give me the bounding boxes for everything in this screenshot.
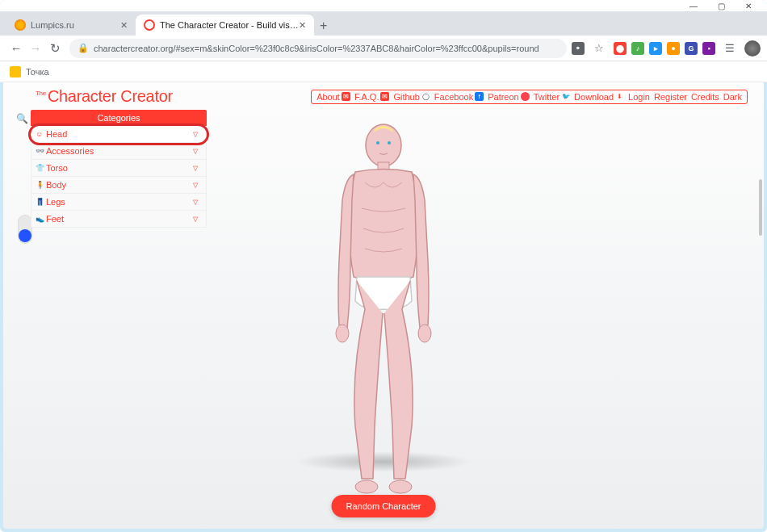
- character-figure[interactable]: [307, 119, 460, 499]
- category-torso[interactable]: 👕 Torso ▽: [31, 160, 207, 177]
- glasses-icon: 👓: [36, 147, 44, 155]
- extension-icon[interactable]: ▸: [649, 42, 662, 55]
- pants-icon: 👖: [36, 198, 44, 206]
- svg-point-3: [418, 325, 431, 342]
- page-content: TheCharacter Creator About✉ F.A.Q.✉ Gith…: [3, 82, 764, 529]
- back-button[interactable]: ←: [6, 41, 26, 55]
- window-titlebar: — ▢ ✕: [0, 0, 767, 11]
- category-body[interactable]: 🧍 Body ▽: [31, 177, 207, 194]
- tab-close-icon[interactable]: ✕: [299, 20, 306, 31]
- shirt-icon: 👕: [36, 164, 44, 172]
- window-close[interactable]: ✕: [735, 2, 762, 10]
- body-icon: 🧍: [36, 181, 44, 189]
- lock-icon: 🔒: [78, 43, 89, 53]
- svg-point-6: [376, 141, 379, 145]
- tab-title: The Character Creator - Build vis…: [160, 20, 299, 30]
- bookmark-folder-icon: [10, 66, 21, 77]
- svg-point-2: [336, 325, 349, 342]
- forward-button[interactable]: →: [26, 41, 45, 55]
- bookmark-item[interactable]: Точка: [26, 67, 49, 77]
- tab-close-icon[interactable]: ✕: [120, 20, 128, 31]
- extension-icon[interactable]: ●: [667, 42, 680, 55]
- categories-header: Categories: [31, 110, 207, 126]
- search-icon[interactable]: 🔍: [16, 113, 27, 124]
- browser-tab-active[interactable]: The Character Creator - Build vis… ✕: [136, 15, 314, 36]
- favicon-icon: [144, 19, 155, 31]
- url-input[interactable]: 🔒 charactercreator.org/#sex=m&skinColor=…: [69, 39, 567, 58]
- reading-list-icon[interactable]: ☰: [720, 42, 740, 54]
- shoe-icon: 👟: [36, 215, 44, 223]
- category-label: Torso: [46, 163, 68, 173]
- chevron-down-icon: ▽: [193, 165, 198, 172]
- category-label: Body: [46, 180, 66, 190]
- url-text: charactercreator.org/#sex=m&skinColor=%2…: [94, 44, 539, 53]
- category-label: Legs: [46, 197, 65, 207]
- categories-panel: Categories ☺ Head ▽ 👓 Accessories ▽ 👕 To…: [31, 110, 207, 228]
- scrollbar-thumb[interactable]: [759, 179, 762, 236]
- category-accessories[interactable]: 👓 Accessories ▽: [31, 143, 207, 160]
- svg-point-4: [355, 480, 378, 493]
- random-character-button[interactable]: Random Character: [332, 495, 436, 517]
- chevron-down-icon: ▽: [193, 131, 198, 138]
- translate-icon[interactable]: ⚬: [572, 42, 585, 55]
- window-maximize[interactable]: ▢: [707, 2, 735, 10]
- window-minimize[interactable]: —: [680, 2, 707, 10]
- svg-point-0: [366, 124, 401, 166]
- extension-icon[interactable]: ⬤: [614, 42, 627, 55]
- chevron-down-icon: ▽: [193, 199, 198, 206]
- extension-icon[interactable]: ▪: [702, 42, 715, 55]
- tab-title: Lumpics.ru: [31, 20, 74, 30]
- chevron-down-icon: ▽: [193, 182, 198, 189]
- chevron-down-icon: ▽: [193, 216, 198, 223]
- favicon-icon: [15, 19, 26, 31]
- bookmarks-bar: Точка: [0, 61, 767, 82]
- svg-point-5: [389, 480, 412, 493]
- category-legs[interactable]: 👖 Legs ▽: [31, 194, 207, 211]
- svg-point-7: [388, 141, 391, 145]
- address-bar: ← → ↻ 🔒 charactercreator.org/#sex=m&skin…: [0, 36, 767, 61]
- category-feet[interactable]: 👟 Feet ▽: [31, 211, 207, 228]
- extension-icon[interactable]: ♪: [631, 42, 644, 55]
- reload-button[interactable]: ↻: [45, 41, 65, 56]
- profile-avatar[interactable]: [744, 40, 761, 57]
- scrollbar[interactable]: [759, 179, 762, 521]
- star-icon[interactable]: ☆: [589, 42, 609, 54]
- new-tab-button[interactable]: +: [314, 16, 333, 36]
- extensions-area: ⚬ ☆ ⬤ ♪ ▸ ● G ▪ ☰: [572, 40, 761, 57]
- tabs-strip: Lumpics.ru ✕ The Character Creator - Bui…: [0, 11, 767, 36]
- browser-window: — ▢ ✕ Lumpics.ru ✕ The Character Creator…: [0, 0, 767, 532]
- category-label: Head: [46, 129, 67, 139]
- chevron-down-icon: ▽: [193, 148, 198, 155]
- extension-icon[interactable]: G: [685, 42, 698, 55]
- category-label: Feet: [46, 214, 64, 224]
- category-head[interactable]: ☺ Head ▽: [31, 126, 207, 143]
- category-label: Accessories: [46, 146, 94, 156]
- head-icon: ☺: [36, 130, 43, 138]
- browser-tab[interactable]: Lumpics.ru ✕: [6, 15, 136, 36]
